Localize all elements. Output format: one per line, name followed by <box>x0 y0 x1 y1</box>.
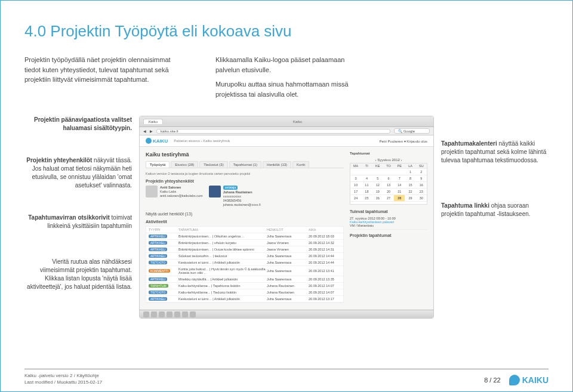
cal-cell[interactable]: 25 <box>361 195 372 201</box>
kaiku-logo[interactable]: KAIKU <box>146 138 168 144</box>
cal-cell[interactable]: 1 <box>405 168 415 175</box>
activity-tag: ARTIKKELI <box>149 241 167 245</box>
footer-modified: Last modified / Muokattu 2015-02-17 <box>24 379 102 385</box>
activity-when: 20.09.2012 13:41 <box>309 269 341 273</box>
activity-row[interactable]: KOMMENTTIKorttia joita lisätud… | Hyvä t… <box>146 266 343 276</box>
activity-row[interactable]: ARTIKKELIBränkirkirjautumisen… | Olikoha… <box>146 233 343 240</box>
cal-cell[interactable]: 5 <box>372 175 383 181</box>
person-org: xxxxxxxxxxx <box>223 195 261 199</box>
back-icon[interactable]: ◀ <box>143 129 146 133</box>
tab-events[interactable]: Tapahtumat (1) <box>229 161 261 168</box>
note-calendar: Tapahtumakalenteri näyttää kaikki projek… <box>441 140 549 165</box>
tab-frontpage[interactable]: Etusivu (28) <box>171 161 198 168</box>
activity-row[interactable]: TAPAHTUMKaiku-kehitystilanne... | Tapaht… <box>146 283 343 289</box>
cal-cell[interactable]: 28 <box>394 195 405 201</box>
cal-cell[interactable]: 19 <box>372 188 383 195</box>
cal-cell <box>372 168 383 175</box>
cal-cell[interactable]: 11 <box>361 181 372 188</box>
url-bar: ◀ ▶ kaiku.site.fi 🔍 Google <box>140 127 433 135</box>
cal-cell[interactable]: 18 <box>361 188 372 195</box>
cal-cell[interactable]: 7 <box>394 175 405 181</box>
cal-cell[interactable]: 15 <box>405 181 415 188</box>
breadcrumb[interactable]: Palvelun etusivu › Kaiku testiryhmä <box>174 139 229 143</box>
person-phone: 0438365456 <box>223 199 261 203</box>
activity-row[interactable]: ARTIKKELIMireikko näyttävillä… | Artikke… <box>146 276 343 283</box>
activity-row[interactable]: ARTIKKELISidokset tiedostoihin… | tiedos… <box>146 253 343 260</box>
tab-worktop[interactable]: Työpöytä <box>146 161 170 168</box>
activity-when: 20.09.2012 14:31 <box>309 248 341 251</box>
cal-cell[interactable]: 17 <box>350 188 361 195</box>
cal-cell <box>405 201 415 204</box>
activity-when: 20.09.2012 14:07 <box>309 291 341 294</box>
cal-cell[interactable]: 4 <box>361 175 372 181</box>
activity-when: 20.09.2012 14:44 <box>309 254 341 258</box>
url-field[interactable]: kaiku.site.fi <box>156 129 390 134</box>
note-nav: Projektin päänavigaatiosta valitset halu… <box>24 116 132 132</box>
browser-tab[interactable]: Kaiku <box>143 119 163 124</box>
tab-files[interactable]: Tiedostot (3) <box>199 161 227 168</box>
cal-day-header: LA <box>405 163 415 168</box>
cal-cell <box>361 201 372 204</box>
tab-people[interactable]: Henkilöt (13) <box>263 161 291 168</box>
activity-list: TYYPPI TAPAHTUMA HENKILÖT AIKA ARTIKKELI… <box>146 226 344 303</box>
search-field[interactable]: 🔍 Google <box>394 128 430 134</box>
activity-tag: ARTIKKELI <box>149 234 167 238</box>
activity-who: Jaana Virtanen <box>267 248 309 251</box>
activity-when: 20.09.2012 14:32 <box>309 241 341 245</box>
intro-right-2: Murupolku auttaa sinua hahmottamaan miss… <box>215 79 371 99</box>
cal-cell[interactable]: 16 <box>416 181 427 188</box>
cal-day-header: TI <box>361 163 372 168</box>
cal-cell[interactable]: 3 <box>350 175 361 181</box>
forward-icon[interactable]: ▶ <box>150 129 153 133</box>
activity-tag: TIETOGTO <box>149 291 167 294</box>
activity-text: Mireikko näyttävillä… | Artikkeli julkai… <box>178 277 267 281</box>
activity-when: 20.09.2012 14:07 <box>309 284 341 288</box>
activity-row[interactable]: ARTIKKELIBränkirkirjautumisen… | Outoa k… <box>146 246 343 253</box>
cal-cell[interactable]: 24 <box>350 195 361 201</box>
window-title: Kaiku <box>165 120 430 124</box>
cal-cell[interactable]: 23 <box>416 188 427 195</box>
activity-tag: ARTIKKELI <box>149 277 167 281</box>
cal-cell[interactable]: 20 <box>383 188 394 195</box>
activity-tag: KOMMENTTI <box>149 269 170 273</box>
cal-cell[interactable]: 30 <box>416 195 427 201</box>
activity-text: Korttia joita lisätud… | Hyvä tämän syn … <box>178 267 267 274</box>
contacts-heading: Projektin yhteyshenkilöt <box>146 179 344 183</box>
activity-row[interactable]: ARTIKKELIBränkirkirjautumisen… | vihdoin… <box>146 240 343 246</box>
tab-cards[interactable]: Kortit <box>292 161 309 168</box>
activity-row[interactable]: ARTIKKELIKeskusteluni ei toimi… | Artikk… <box>146 296 343 303</box>
upcoming-heading: Tulevat tapahtumat <box>350 209 427 214</box>
project-title: Kaiku testiryhmä <box>146 152 344 158</box>
person-name: Antti Salonen <box>160 186 203 190</box>
browser-tab-bar: Kaiku Kaiku <box>140 116 433 127</box>
cal-cell[interactable]: 21 <box>394 188 405 195</box>
recent-people-link[interactable]: Näytä uudet henkilöt (13) <box>146 212 344 216</box>
activity-when: 20.09.2012 13:17 <box>309 297 341 301</box>
activity-text: Bränkirkirjautumisen… | Outoa kuule läht… <box>178 248 267 251</box>
activity-row[interactable]: TIETOGTOKaiku-kehitystilanne... | Tiedos… <box>146 289 343 296</box>
avatar <box>209 186 221 197</box>
cal-cell[interactable]: 14 <box>394 181 405 188</box>
activity-who: Juhana Rautiainen <box>267 291 309 294</box>
contact-person-2: omistaja Juhana Rautiainen xxxxxxxxxxx 0… <box>209 186 261 207</box>
cal-cell[interactable]: 6 <box>383 175 394 181</box>
cal-cell[interactable]: 9 <box>416 175 427 181</box>
cal-cell[interactable]: 8 <box>405 175 415 181</box>
upcoming-item[interactable]: 27. syyskuu 2012 08:00 - 10:00 Kaiku-keh… <box>350 215 427 230</box>
activity-text: Sidokset tiedostoihin… | tiedostot <box>178 254 267 258</box>
cal-cell[interactable]: 26 <box>372 195 383 201</box>
activity-tag: ARTIKKELI <box>149 297 167 301</box>
cal-cell <box>416 201 427 204</box>
cal-cell[interactable]: 13 <box>383 181 394 188</box>
cal-day-header: TO <box>383 163 394 168</box>
cal-cell[interactable]: 27 <box>383 195 394 201</box>
cal-cell[interactable]: 2 <box>416 168 427 175</box>
activity-row[interactable]: TIETOGTOKeskusteluni ei toimi… | Artikke… <box>146 260 343 266</box>
user-menu[interactable]: Petri Puolanen ▾ Kirjaudu ulos <box>380 139 427 143</box>
page-title: 4.0 Projektin Työpöytä eli kokoava sivu <box>24 22 549 41</box>
calendar-month-nav[interactable]: ‹ Syyskuu 2012 › <box>350 157 427 163</box>
cal-cell[interactable]: 29 <box>405 195 415 201</box>
cal-cell[interactable]: 22 <box>405 188 415 195</box>
cal-cell[interactable]: 10 <box>350 181 361 188</box>
cal-cell[interactable]: 12 <box>372 181 383 188</box>
